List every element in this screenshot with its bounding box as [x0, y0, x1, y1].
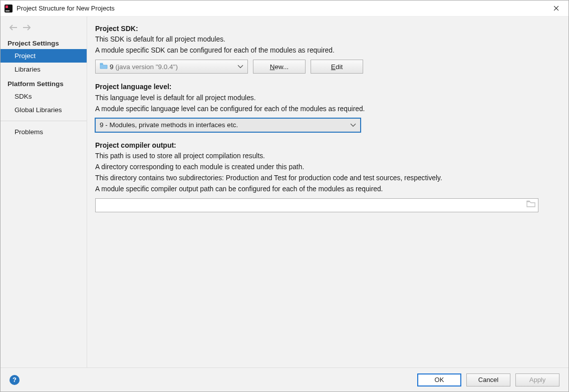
compiler-output-input[interactable]	[95, 198, 538, 212]
dialog-body: Project Settings Project Libraries Platf…	[1, 17, 568, 367]
apply-button[interactable]: Apply	[515, 373, 559, 386]
nav-forward-button[interactable]	[21, 23, 33, 33]
chevron-down-icon	[350, 120, 356, 130]
arrow-left-icon	[9, 24, 18, 31]
language-level-desc2: A module specific language level can be …	[95, 104, 556, 114]
compiler-output-desc3: This directory contains two subdirectori…	[95, 173, 556, 183]
app-icon	[5, 5, 13, 13]
folder-icon	[526, 200, 535, 207]
language-level-dropdown[interactable]: 9 - Modules, private methods in interfac…	[95, 118, 361, 132]
sdk-edit-button[interactable]: Edit	[311, 60, 363, 74]
browse-folder-button[interactable]	[526, 200, 535, 210]
sdk-new-button[interactable]: New...	[253, 60, 306, 74]
project-sdk-dropdown[interactable]: 9 (java version "9.0.4")	[95, 60, 248, 74]
sidebar-item-global-libraries[interactable]: Global Libraries	[1, 103, 87, 117]
project-sdk-row: 9 (java version "9.0.4") New... Edit	[95, 60, 556, 74]
compiler-output-field-wrap	[95, 198, 538, 212]
sidebar-heading-project-settings: Project Settings	[1, 36, 87, 49]
sidebar-item-libraries[interactable]: Libraries	[1, 63, 87, 76]
language-level-selected: 9 - Modules, private methods in interfac…	[100, 120, 238, 130]
chevron-down-icon	[237, 62, 243, 72]
nav-back-button[interactable]	[8, 23, 20, 33]
sidebar-separator	[1, 121, 87, 121]
project-sdk-heading: Project SDK:	[95, 24, 556, 34]
language-level-section: Project language level: This language le…	[95, 82, 556, 132]
compiler-output-desc4: A module specific compiler output path c…	[95, 184, 556, 194]
project-sdk-desc1: This SDK is default for all project modu…	[95, 35, 556, 45]
dialog-button-bar: ? OK Cancel Apply	[1, 367, 568, 391]
language-level-heading: Project language level:	[95, 82, 556, 92]
dialog-window: Project Structure for New Projects Proje…	[0, 0, 569, 392]
svg-rect-2	[6, 11, 10, 12]
jdk-folder-icon	[100, 62, 108, 72]
ok-button[interactable]: OK	[417, 373, 461, 386]
nav-history	[1, 21, 87, 36]
project-sdk-selected-name: 9	[110, 62, 114, 72]
window-close-button[interactable]	[544, 1, 567, 17]
sidebar: Project Settings Project Libraries Platf…	[1, 17, 87, 367]
svg-rect-1	[6, 6, 8, 8]
sidebar-item-problems[interactable]: Problems	[1, 125, 87, 139]
arrow-right-icon	[22, 24, 31, 31]
compiler-output-desc2: A directory corresponding to each module…	[95, 162, 556, 172]
cancel-button[interactable]: Cancel	[466, 373, 510, 386]
sidebar-item-sdks[interactable]: SDKs	[1, 90, 87, 103]
titlebar: Project Structure for New Projects	[1, 1, 568, 17]
sidebar-item-project[interactable]: Project	[1, 49, 87, 63]
compiler-output-desc1: This path is used to store all project c…	[95, 151, 556, 161]
project-sdk-section: Project SDK: This SDK is default for all…	[95, 24, 556, 74]
window-title: Project Structure for New Projects	[17, 5, 544, 12]
language-level-row: 9 - Modules, private methods in interfac…	[95, 118, 556, 132]
compiler-output-section: Project compiler output: This path is us…	[95, 140, 556, 212]
project-sdk-desc2: A module specific SDK can be configured …	[95, 46, 556, 56]
close-icon	[553, 6, 559, 11]
svg-rect-3	[100, 63, 103, 64]
sidebar-heading-platform-settings: Platform Settings	[1, 76, 87, 90]
help-button[interactable]: ?	[10, 375, 20, 385]
project-sdk-selected-version: (java version "9.0.4")	[116, 62, 178, 72]
main-panel: Project SDK: This SDK is default for all…	[87, 17, 568, 367]
language-level-desc1: This language level is default for all p…	[95, 93, 556, 103]
compiler-output-heading: Project compiler output:	[95, 140, 556, 150]
